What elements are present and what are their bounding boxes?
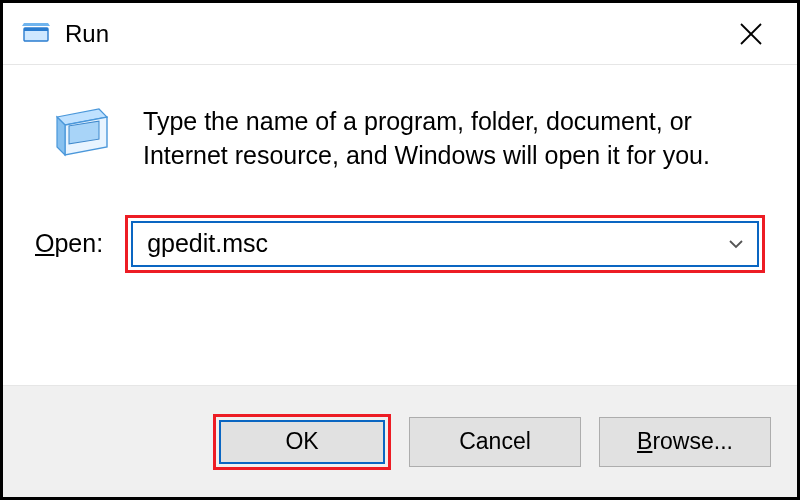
close-icon [738, 21, 764, 47]
dropdown-toggle[interactable] [715, 223, 757, 265]
open-label: Open: [35, 229, 103, 258]
run-dialog-icon [49, 105, 115, 165]
open-combobox[interactable] [131, 221, 759, 267]
ok-button-highlight: OK [213, 414, 391, 470]
dialog-footer: OK Cancel Browse... [3, 385, 797, 497]
open-field-highlight [125, 215, 765, 273]
chevron-down-icon [726, 234, 746, 254]
window-title: Run [65, 20, 109, 48]
titlebar: Run [3, 3, 797, 65]
run-app-icon [21, 19, 51, 49]
cancel-button[interactable]: Cancel [409, 417, 581, 467]
ok-button[interactable]: OK [219, 420, 385, 464]
description-text: Type the name of a program, folder, docu… [143, 105, 743, 173]
svg-rect-1 [24, 28, 48, 31]
dialog-body: Type the name of a program, folder, docu… [3, 65, 797, 301]
open-input[interactable] [133, 223, 715, 265]
close-button[interactable] [727, 10, 775, 58]
browse-button[interactable]: Browse... [599, 417, 771, 467]
